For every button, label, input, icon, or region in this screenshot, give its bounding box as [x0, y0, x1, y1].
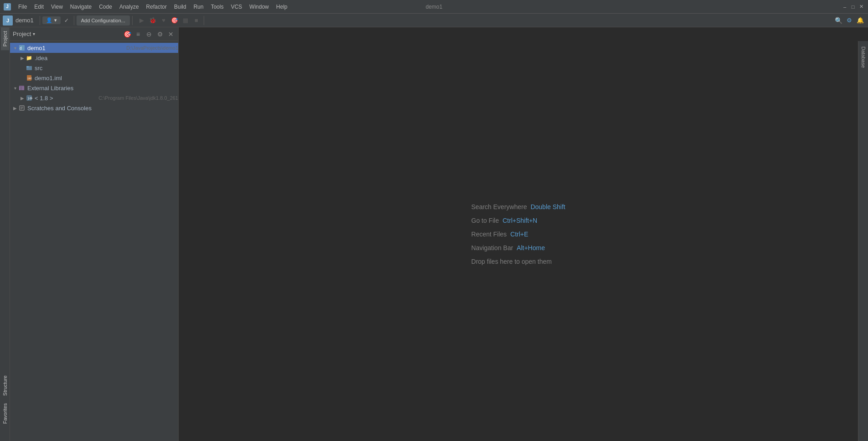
- project-icon: J: [3, 15, 13, 26]
- tree-item-demo1[interactable]: ▾ d demo1 D:\JavaProjects\demo1: [10, 43, 178, 53]
- concurrency-diagram-button[interactable]: ▦: [180, 15, 190, 26]
- window-controls: – □ ✕: [842, 4, 864, 10]
- project-toolbar-icons: 🎯 ≡ ⊖ ⚙ ✕: [123, 30, 175, 39]
- svg-rect-7: [21, 87, 21, 90]
- favorites-tab-label[interactable]: Favorites: [1, 400, 9, 427]
- tree-item-iml[interactable]: iml demo1.iml: [10, 73, 178, 83]
- window-title: demo1: [426, 4, 442, 10]
- svg-rect-6: [19, 87, 20, 90]
- tree-item-jdk[interactable]: ▶ jdk < 1.8 > C:\Program Files\Java\jdk1…: [10, 93, 178, 103]
- svg-rect-3: [26, 66, 29, 67]
- tree-item-path-demo1: D:\JavaProjects\demo1: [126, 45, 178, 51]
- close-button[interactable]: ✕: [858, 4, 864, 10]
- menu-code[interactable]: Code: [95, 2, 116, 12]
- outer-main: J demo1 👤 ▾ ✓ Add Configuration... ▶ 🐞 ♥…: [0, 14, 868, 441]
- maximize-button[interactable]: □: [850, 4, 856, 10]
- debug-button[interactable]: 🐞: [148, 15, 158, 26]
- menu-vcs[interactable]: VCS: [227, 2, 246, 12]
- menu-refactor[interactable]: Refactor: [143, 2, 170, 12]
- menu-bar: File Edit View Navigate Code Analyze Ref…: [15, 2, 291, 12]
- folder-icon-idea: 📁: [26, 54, 33, 62]
- hint-shortcut-goto: Ctrl+Shift+N: [503, 217, 537, 224]
- svg-rect-10: [19, 86, 24, 87]
- menu-build[interactable]: Build: [170, 2, 190, 12]
- menu-navigate[interactable]: Navigate: [67, 2, 95, 12]
- content-row: Project Structure Favorites Project ▾ 🎯 …: [0, 27, 868, 441]
- expander-idea: ▶: [19, 56, 26, 61]
- svg-rect-8: [22, 87, 23, 90]
- database-tab-label[interactable]: Database: [859, 43, 868, 72]
- project-name-label: demo1: [15, 17, 34, 24]
- tree-item-idea[interactable]: ▶ 📁 .idea: [10, 53, 178, 63]
- tree-item-label-scratches: Scratches and Consoles: [27, 105, 178, 112]
- tree-item-label-idea: .idea: [35, 55, 178, 62]
- toolbar-separator-3: [132, 16, 133, 25]
- menu-edit[interactable]: Edit: [31, 2, 47, 12]
- search-everywhere-button[interactable]: 🔍: [833, 15, 843, 26]
- tree-item-label-iml: demo1.iml: [35, 75, 178, 82]
- expander-scratches: ▶: [12, 106, 18, 111]
- project-panel-toolbar: Project ▾ 🎯 ≡ ⊖ ⚙ ✕: [10, 27, 178, 41]
- project-panel: Project ▾ 🎯 ≡ ⊖ ⚙ ✕ ▾ d: [10, 27, 179, 441]
- menu-tools[interactable]: Tools: [207, 2, 227, 12]
- project-panel-title[interactable]: Project ▾: [13, 31, 35, 37]
- run-button[interactable]: ▶: [137, 15, 147, 26]
- project-dropdown-chevron: ▾: [33, 31, 35, 36]
- app-icon: J: [4, 3, 11, 10]
- expander-external: ▾: [12, 86, 18, 91]
- project-tree: ▾ d demo1 D:\JavaProjects\demo1 ▶ 📁 .ide…: [10, 41, 178, 441]
- svg-text:jdk: jdk: [27, 97, 32, 100]
- tree-item-label-src: src: [35, 65, 178, 72]
- hint-label-search: Search Everywhere: [471, 203, 527, 210]
- structure-tab-label[interactable]: Structure: [1, 372, 9, 400]
- menu-file[interactable]: File: [15, 2, 31, 12]
- show-options-button[interactable]: ⊖: [144, 30, 154, 39]
- svg-text:iml: iml: [27, 77, 32, 80]
- close-panel-button[interactable]: ✕: [166, 30, 175, 39]
- menu-window[interactable]: Window: [246, 2, 272, 12]
- run-icons: ▶ 🐞 ♥ 🎯 ▦ ■: [137, 15, 201, 26]
- menu-view[interactable]: View: [47, 2, 67, 12]
- notifications-button[interactable]: 🔔: [855, 15, 865, 26]
- menu-help[interactable]: Help: [272, 2, 291, 12]
- scroll-from-source-button[interactable]: 🎯: [123, 30, 132, 39]
- run-with-coverage-button[interactable]: ♥: [159, 15, 169, 26]
- tree-item-label-external: External Libraries: [27, 85, 178, 92]
- hint-shortcut-search: Double Shift: [530, 203, 565, 210]
- tree-item-external-libraries[interactable]: ▾ External Libraries: [10, 83, 178, 93]
- menu-analyze[interactable]: Analyze: [116, 2, 143, 12]
- gear-icon[interactable]: ⚙: [155, 30, 164, 39]
- profile-button[interactable]: 🎯: [169, 15, 180, 26]
- collapse-all-button[interactable]: ≡: [134, 30, 143, 39]
- title-bar: J File Edit View Navigate Code Analyze R…: [0, 0, 868, 14]
- hint-shortcut-nav: Alt+Home: [517, 244, 545, 251]
- svg-text:d: d: [20, 46, 22, 51]
- ide-update-icon[interactable]: ✓: [62, 15, 72, 26]
- tree-item-label-jdk: < 1.8 >: [35, 95, 97, 102]
- project-tab-label[interactable]: Project: [1, 27, 9, 50]
- account-button[interactable]: 👤 ▾: [42, 16, 61, 24]
- menu-run[interactable]: Run: [190, 2, 207, 12]
- hint-search-everywhere: Search Everywhere Double Shift: [471, 203, 565, 210]
- add-configuration-button[interactable]: Add Configuration...: [77, 15, 130, 26]
- toolbar-separator-2: [74, 16, 74, 25]
- editor-area: Search Everywhere Double Shift Go to Fil…: [179, 27, 858, 441]
- account-chevron: ▾: [54, 17, 57, 23]
- toolbar-right-buttons: 🔍 ⚙ 🔔: [833, 15, 865, 26]
- module-icon-demo1: d: [18, 44, 26, 51]
- plugin-manager-button[interactable]: ⚙: [844, 15, 854, 26]
- toolbar-separator-1: [40, 16, 40, 25]
- tree-item-path-jdk: C:\Program Files\Java\jdk1.8.0_261: [98, 95, 178, 101]
- iml-icon: iml: [26, 74, 33, 82]
- tree-item-scratches[interactable]: ▶ Scratches and Consoles: [10, 103, 178, 113]
- stop-button[interactable]: ■: [191, 15, 201, 26]
- toolbar-row: J demo1 👤 ▾ ✓ Add Configuration... ▶ 🐞 ♥…: [0, 14, 868, 27]
- minimize-button[interactable]: –: [842, 4, 848, 10]
- expander-jdk: ▶: [19, 96, 26, 101]
- src-folder-icon: [26, 64, 33, 72]
- expander-demo1: ▾: [12, 46, 18, 51]
- tree-item-src[interactable]: src: [10, 63, 178, 73]
- hint-recent-files: Recent Files Ctrl+E: [471, 231, 565, 238]
- hint-shortcut-recent: Ctrl+E: [510, 231, 528, 238]
- library-icon: [18, 84, 26, 92]
